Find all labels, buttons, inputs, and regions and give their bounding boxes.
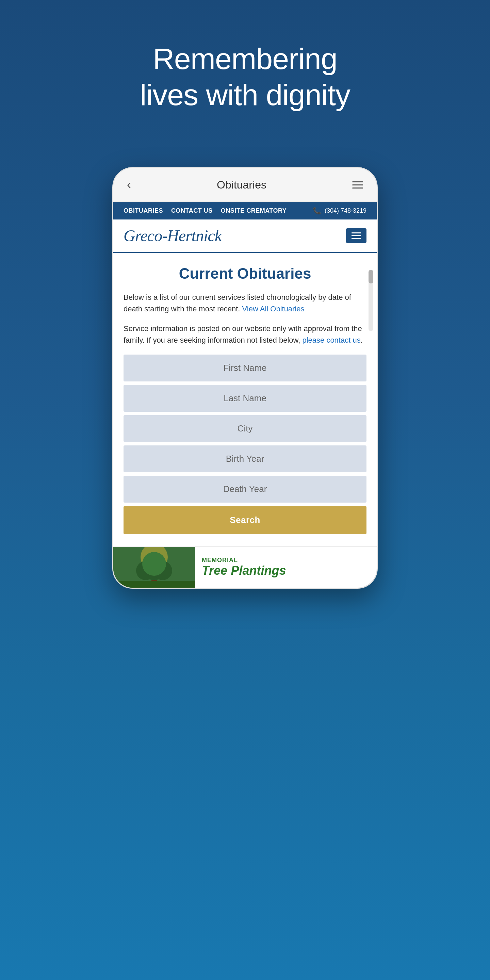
top-nav-links: OBITUARIES CONTACT US ONSITE CREMATORY [124,207,286,215]
main-content: Current Obituaries Below is a list of ou… [113,253,377,546]
last-name-input[interactable] [124,385,366,412]
bottom-preview: MEMORIAL Tree Plantings [113,546,377,588]
logo-menu-button[interactable] [346,228,366,243]
phone-number-display: 📞 (304) 748-3219 [313,207,366,215]
scrollbar-track[interactable] [369,270,373,331]
description-paragraph-1: Below is a list of our current services … [124,292,366,315]
tree-preview-image [113,547,195,588]
app-bar-menu-button[interactable] [352,181,363,189]
logo-bar: Greco-Hertnick [113,220,377,253]
app-bar: ‹ Obituaries [113,168,377,202]
phone-mockup: ‹ Obituaries OBITUARIES CONTACT US ONSIT… [112,167,378,588]
memorial-text-area: MEMORIAL Tree Plantings [195,547,377,588]
svg-point-6 [142,552,166,576]
app-bar-title: Obituaries [217,179,266,191]
logo-menu-line-2 [352,235,361,236]
svg-rect-7 [113,581,195,588]
hero-title: Remembering lives with dignity [140,41,350,113]
description-paragraph-2: Service information is posted on our web… [124,323,366,346]
first-name-input[interactable] [124,355,366,382]
phone-icon: 📞 [313,207,321,215]
hamburger-line-2 [352,185,363,185]
nav-onsite-crematory[interactable]: ONSITE CREMATORY [221,207,287,215]
view-all-link[interactable]: View All Obituaries [242,305,305,313]
tree-plantings-title: Tree Plantings [202,564,370,578]
section-heading: Current Obituaries [124,265,366,282]
birth-year-input[interactable] [124,445,366,472]
top-nav: OBITUARIES CONTACT US ONSITE CREMATORY 📞… [113,202,377,220]
search-button[interactable]: Search [124,506,366,534]
back-button[interactable]: ‹ [127,178,131,192]
logo-menu-line-1 [352,232,361,234]
contact-us-link[interactable]: please contact us [302,336,360,344]
scrollbar-thumb[interactable] [369,270,373,283]
memorial-label: MEMORIAL [202,557,370,564]
nav-contact-us[interactable]: CONTACT US [171,207,213,215]
site-logo: Greco-Hertnick [124,226,221,245]
nav-obituaries[interactable]: OBITUARIES [124,207,163,215]
logo-menu-line-3 [352,238,361,239]
hamburger-line-1 [352,181,363,182]
hamburger-line-3 [352,188,363,189]
city-input[interactable] [124,415,366,442]
death-year-input[interactable] [124,476,366,503]
obituary-search-form: Search [124,355,366,534]
